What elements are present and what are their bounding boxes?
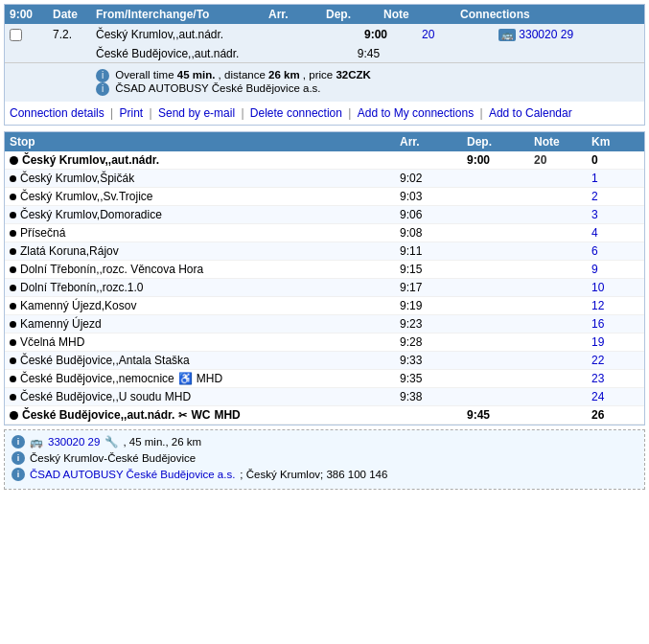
separator-4: | bbox=[348, 106, 354, 120]
header-from: From/Interchange/To bbox=[96, 8, 268, 21]
bus-connection-link[interactable]: 330020 29 bbox=[519, 28, 573, 41]
bottom-info-icon-1: i bbox=[12, 435, 25, 448]
separator-1: | bbox=[110, 106, 116, 120]
bottom-company-suffix: ; Český Krumlov; 386 100 146 bbox=[240, 469, 387, 480]
stop-km: 16 bbox=[591, 317, 639, 331]
stop-dot bbox=[10, 194, 16, 200]
separator-5: | bbox=[479, 106, 485, 120]
connection-date: 7.2. bbox=[53, 28, 96, 41]
bottom-company-link[interactable]: ČSAD AUTOBUSY České Budějovice a.s. bbox=[30, 469, 235, 480]
stop-col-header: Stop bbox=[10, 135, 400, 149]
distance-label: , distance bbox=[219, 69, 266, 80]
distance-val: 26 km bbox=[268, 69, 300, 80]
connection-bus-link: 🚌 330020 29 bbox=[498, 28, 639, 41]
table-row: Dolní Třebonín,,rozc. Věncova Hora9:159 bbox=[5, 261, 644, 279]
table-row: Český Krumlov,,aut.nádr.9:00200 bbox=[5, 151, 644, 170]
stop-arr: 9:28 bbox=[400, 335, 467, 349]
stop-km: 0 bbox=[591, 153, 639, 167]
arr-col-header: Arr. bbox=[400, 135, 467, 149]
stop-name-text: Český Krumlov,Špičák bbox=[20, 172, 134, 185]
km-col-header: Km bbox=[591, 135, 639, 149]
connection-checkbox[interactable] bbox=[10, 29, 22, 41]
stop-arr: 9:03 bbox=[400, 190, 467, 203]
stop-dot bbox=[10, 376, 16, 382]
stop-dot bbox=[10, 248, 16, 255]
stop-arr: 9:06 bbox=[400, 208, 467, 221]
stop-dot bbox=[10, 394, 16, 401]
stop-dep: 9:00 bbox=[467, 153, 534, 167]
bottom-connection-link[interactable]: 330020 29 bbox=[48, 436, 100, 448]
stop-arr: 9:11 bbox=[400, 244, 467, 258]
stop-arr: 9:19 bbox=[400, 299, 467, 312]
header-arr: Arr. bbox=[268, 8, 326, 21]
connection-note-from: 20 bbox=[422, 28, 498, 41]
company-label: ČSAD AUTOBUSY České Budějovice a.s. bbox=[115, 82, 320, 94]
stop-dot bbox=[10, 285, 16, 291]
bottom-bus-icon: 🚌 bbox=[30, 436, 43, 448]
header-time: 9:00 bbox=[10, 8, 53, 21]
stop-name-cell: Český Krumlov,,Sv.Trojice bbox=[10, 190, 400, 203]
stop-name-text: Zlatá Koruna,Rájov bbox=[20, 244, 119, 258]
info-icon: i bbox=[96, 69, 109, 82]
restaurant-icon: ✂ bbox=[178, 409, 187, 422]
stop-name-text: Přísečná bbox=[20, 226, 65, 240]
stop-km: 10 bbox=[591, 281, 639, 294]
overall-time: 45 min. bbox=[177, 69, 216, 80]
add-to-calendar-link[interactable]: Add to Calendar bbox=[489, 106, 572, 120]
stop-name-cell: Dolní Třebonín,,rozc.1.0 bbox=[10, 281, 400, 294]
connection-arr-to: 9:45 bbox=[358, 47, 380, 60]
stop-table-header: Stop Arr. Dep. Note Km bbox=[5, 132, 644, 151]
print-link[interactable]: Print bbox=[120, 106, 144, 120]
stop-name-cell: Český Krumlov,,aut.nádr. bbox=[10, 153, 400, 167]
bottom-info-icon-2: i bbox=[12, 451, 25, 465]
connection-from-stop: Český Krumlov,,aut.nádr. bbox=[96, 28, 307, 41]
stop-name-cell: České Budějovice,,U soudu MHD bbox=[10, 390, 400, 403]
stop-dot bbox=[10, 321, 16, 328]
stop-km: 19 bbox=[591, 335, 639, 349]
table-row: České Budějovice,,U soudu MHD9:3824 bbox=[5, 388, 644, 406]
stop-dot bbox=[10, 212, 16, 218]
stop-name-text: Kamenný Újezd bbox=[20, 317, 102, 331]
stop-name-text: České Budějovice,,aut.nádr. bbox=[22, 408, 174, 422]
bottom-info-section: i 🚌 330020 29 🔧 , 45 min., 26 km i Český… bbox=[4, 429, 645, 490]
header-note: Note bbox=[383, 8, 460, 21]
stop-name-text: Dolní Třebonín,,rozc.1.0 bbox=[20, 281, 144, 294]
stop-dot bbox=[10, 357, 16, 364]
wc-icon: WC bbox=[191, 408, 210, 422]
mhd-label: MHD bbox=[197, 372, 222, 385]
connection-details-link[interactable]: Connection details bbox=[10, 106, 104, 120]
send-email-link[interactable]: Send by e-mail bbox=[158, 106, 235, 120]
dep-col-header: Dep. bbox=[467, 135, 534, 149]
stop-name-text: Včelná MHD bbox=[20, 335, 84, 349]
stop-name-text: České Budějovice,,U soudu MHD bbox=[20, 390, 191, 403]
stop-name-text: Český Krumlov,,Sv.Trojice bbox=[20, 190, 152, 203]
connection-to-row: České Budějovice,,aut.nádr. 9:45 bbox=[5, 45, 644, 62]
note-col-header: Note bbox=[534, 135, 591, 149]
header-date: Date bbox=[53, 8, 96, 21]
stop-rows-container: Český Krumlov,,aut.nádr.9:00200Český Kru… bbox=[5, 151, 644, 425]
table-row: České Budějovice,,nemocnice ♿ MHD9:3523 bbox=[5, 370, 644, 388]
add-my-connections-link[interactable]: Add to My connections bbox=[358, 106, 474, 120]
bottom-line1-suffix: , 45 min., 26 km bbox=[123, 436, 201, 448]
stop-name-cell: České Budějovice,,Antala Staška bbox=[10, 354, 400, 367]
stop-dot bbox=[10, 303, 16, 310]
stop-km: 22 bbox=[591, 354, 639, 367]
bottom-route-text: Český Krumlov-České Budějovice bbox=[30, 452, 196, 464]
stop-arr: 9:35 bbox=[400, 372, 467, 385]
delete-link[interactable]: Delete connection bbox=[250, 106, 342, 120]
stop-name-cell: České Budějovice,,nemocnice ♿ MHD bbox=[10, 372, 400, 385]
stop-name-cell: Kamenný Újezd bbox=[10, 317, 400, 331]
stop-note: 20 bbox=[534, 153, 591, 167]
stop-km: 6 bbox=[591, 244, 639, 258]
stop-name-text: České Budějovice,,nemocnice bbox=[20, 372, 174, 385]
stop-name-cell: Kamenný Újezd,Kosov bbox=[10, 299, 400, 312]
stop-km: 12 bbox=[591, 299, 639, 312]
table-row: Zlatá Koruna,Rájov9:116 bbox=[5, 242, 644, 261]
table-row: Kamenný Újezd,Kosov9:1912 bbox=[5, 297, 644, 315]
stop-km: 9 bbox=[591, 263, 639, 276]
stop-dot bbox=[10, 156, 18, 165]
header-connections: Connections bbox=[460, 8, 639, 21]
connection-from-row: 7.2. Český Krumlov,,aut.nádr. 9:00 20 🚌 … bbox=[5, 24, 644, 45]
bus-icon: 🚌 bbox=[498, 29, 516, 41]
stop-km: 1 bbox=[591, 172, 639, 185]
